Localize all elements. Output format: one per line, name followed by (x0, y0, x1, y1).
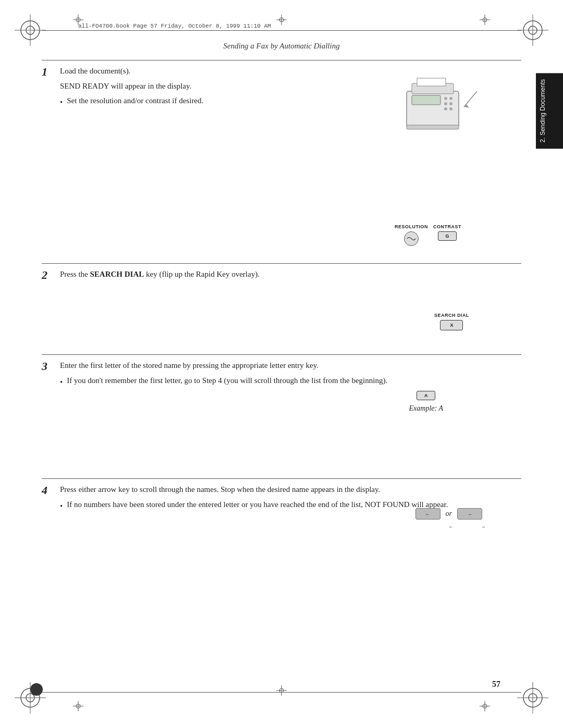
side-tab: 2. Sending Documents (536, 73, 563, 149)
step-3-content: Enter the first letter of the stored nam… (60, 360, 521, 388)
letter-key-area: A Example: A (409, 391, 443, 413)
svg-rect-39 (407, 125, 459, 129)
header-bar (42, 30, 521, 31)
arrow-right-key: → (457, 508, 482, 520)
svg-point-36 (449, 102, 452, 105)
step-4-section: 4 Press either arrow key to scroll throu… (42, 484, 521, 588)
svg-line-40 (464, 91, 477, 107)
contrast-key: G (438, 231, 457, 241)
contrast-key-group: CONTRAST G (433, 224, 461, 241)
step-3-number: 3 (42, 360, 47, 373)
step-3-section: 3 Enter the first letter of the stored n… (42, 360, 521, 443)
divider-3 (42, 354, 521, 355)
step-2-number: 2 (42, 268, 47, 282)
resolution-contrast-area: RESOLUTION CONTRAST G (395, 224, 461, 246)
svg-marker-41 (464, 104, 469, 108)
header-info-text: all-FO4700.book Page 57 Friday, October … (78, 23, 271, 29)
resolution-circle (404, 231, 419, 246)
filled-circle-bl (29, 682, 44, 699)
example-label: Example: A (409, 404, 443, 413)
svg-point-18 (30, 683, 43, 696)
corner-mark-tl (15, 15, 46, 46)
crosshair-top-right (480, 15, 490, 27)
header-info: all-FO4700.book Page 57 Friday, October … (78, 23, 271, 29)
crosshair-bottom-right (480, 701, 490, 713)
svg-rect-32 (412, 95, 440, 105)
arrow-left-key: ← (415, 508, 440, 520)
fax-machine-illustration (396, 76, 480, 138)
divider-1 (42, 60, 521, 60)
svg-point-38 (449, 107, 452, 110)
contrast-label: CONTRAST (433, 224, 461, 229)
search-dial-label: SEARCH DIAL (434, 313, 469, 318)
page-title: Sending a Fax by Automatic Dialling (0, 42, 563, 51)
step-3-bullet: • If you don't remember the first letter… (60, 375, 521, 388)
search-dial-area: SEARCH DIAL X (434, 313, 469, 330)
letter-a-key: A (417, 391, 435, 400)
bullet-dot-1: • (60, 96, 63, 108)
step-2-content: Press the SEARCH DIAL key (flip up the R… (60, 268, 521, 280)
step-2-section: 2 Press the SEARCH DIAL key (flip up the… (42, 268, 521, 315)
step-4-main: Press either arrow key to scroll through… (60, 484, 521, 496)
resolution-label: RESOLUTION (395, 224, 428, 229)
corner-mark-br (517, 682, 548, 713)
or-label: or (446, 510, 452, 518)
page: all-FO4700.book Page 57 Friday, October … (0, 0, 563, 728)
bullet-dot-4: • (60, 500, 63, 512)
step-1-number: 1 (42, 65, 47, 79)
crosshair-bottom-center (276, 685, 287, 698)
crosshair-top-center (276, 15, 287, 27)
step-4-content: Press either arrow key to scroll through… (60, 484, 521, 512)
crosshair-bottom-left (73, 701, 83, 713)
corner-mark-tr (517, 15, 548, 46)
step-2-main: Press the SEARCH DIAL key (flip up the R… (60, 268, 521, 280)
search-dial-key: X (440, 320, 463, 330)
divider-4 (42, 478, 521, 479)
svg-point-34 (449, 97, 452, 100)
svg-point-35 (444, 102, 447, 105)
arrow-right-label: → (481, 524, 486, 529)
svg-point-33 (444, 97, 447, 100)
page-number: 57 (492, 680, 500, 689)
resolution-key-group: RESOLUTION (395, 224, 428, 246)
arrow-keys-area: ← or → (415, 508, 482, 520)
arrow-left-label: ← (448, 524, 454, 529)
step-2-bold: SEARCH DIAL (90, 270, 144, 278)
svg-point-37 (444, 107, 447, 110)
svg-rect-31 (417, 78, 446, 86)
arrow-labels: ← → (448, 524, 486, 529)
step-3-main: Enter the first letter of the stored nam… (60, 360, 521, 372)
step-4-number: 4 (42, 484, 47, 497)
bullet-dot-3: • (60, 376, 63, 388)
divider-2 (42, 263, 521, 264)
